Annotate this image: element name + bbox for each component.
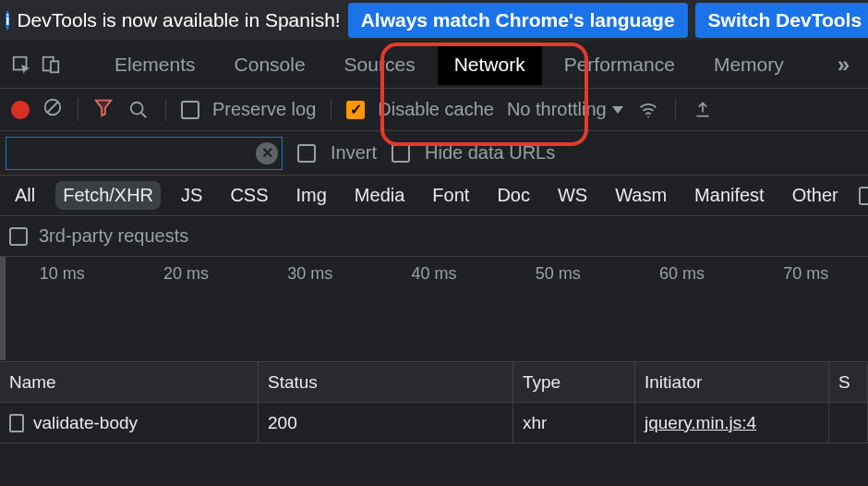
cell-s bbox=[829, 403, 868, 443]
request-name: validate-body bbox=[33, 413, 138, 433]
type-manifest[interactable]: Manifest bbox=[687, 181, 772, 210]
disable-cache-checkbox[interactable]: ✓ bbox=[346, 101, 365, 119]
divider bbox=[331, 99, 332, 121]
timeline[interactable]: 10 ms 20 ms 30 ms 40 ms 50 ms 60 ms 70 m… bbox=[0, 257, 868, 362]
col-type[interactable]: Type bbox=[513, 362, 635, 402]
device-toggle-icon[interactable] bbox=[39, 53, 63, 77]
network-conditions-icon[interactable] bbox=[636, 98, 660, 122]
info-icon: i bbox=[6, 10, 9, 30]
svg-point-7 bbox=[647, 115, 649, 117]
hide-data-urls-label: Hide data URLs bbox=[425, 142, 555, 164]
tab-sources[interactable]: Sources bbox=[328, 44, 432, 85]
timeline-tick: 70 ms bbox=[744, 264, 868, 284]
type-media[interactable]: Media bbox=[347, 181, 412, 210]
col-status[interactable]: Status bbox=[259, 362, 513, 402]
preserve-log-checkbox[interactable] bbox=[181, 101, 199, 119]
switch-devtools-button[interactable]: Switch DevTools bbox=[695, 3, 868, 38]
match-language-button[interactable]: Always match Chrome's language bbox=[348, 3, 688, 38]
throttling-select[interactable]: No throttling bbox=[507, 99, 623, 120]
timeline-tick: 40 ms bbox=[372, 264, 496, 284]
has-blocked-checkbox[interactable] bbox=[859, 187, 868, 205]
timeline-tick: 10 ms bbox=[0, 264, 124, 284]
preserve-log-label: Preserve log bbox=[212, 99, 316, 120]
svg-line-6 bbox=[141, 112, 147, 117]
clear-filter-icon[interactable]: ✕ bbox=[256, 142, 278, 164]
timeline-tick: 30 ms bbox=[248, 264, 372, 284]
table-header-row: Name Status Type Initiator S bbox=[0, 362, 868, 403]
hide-data-urls-checkbox[interactable] bbox=[392, 144, 410, 163]
tab-console[interactable]: Console bbox=[218, 44, 322, 85]
type-all[interactable]: All bbox=[7, 181, 42, 210]
type-doc[interactable]: Doc bbox=[489, 181, 537, 210]
svg-point-5 bbox=[131, 102, 143, 114]
timeline-marker bbox=[0, 257, 6, 360]
network-toolbar: Preserve log ✓ Disable cache No throttli… bbox=[0, 89, 868, 131]
col-s[interactable]: S bbox=[829, 362, 868, 402]
filter-row: ✕ Invert Hide data URLs bbox=[0, 131, 868, 176]
cell-name: validate-body bbox=[0, 403, 259, 443]
third-party-row: 3rd-party requests bbox=[0, 216, 868, 257]
more-tabs-icon[interactable]: » bbox=[828, 52, 859, 78]
type-ws[interactable]: WS bbox=[550, 181, 595, 210]
file-icon bbox=[9, 414, 24, 432]
filter-input-wrap: ✕ bbox=[6, 137, 283, 170]
table-row[interactable]: validate-body 200 xhr jquery.min.js:4 bbox=[0, 403, 868, 443]
invert-checkbox[interactable] bbox=[297, 144, 316, 163]
type-css[interactable]: CSS bbox=[223, 181, 275, 210]
type-fetch-xhr[interactable]: Fetch/XHR bbox=[55, 181, 161, 210]
type-img[interactable]: Img bbox=[289, 181, 334, 210]
clear-button[interactable] bbox=[42, 97, 63, 122]
chevron-down-icon bbox=[612, 106, 623, 114]
info-bar: i DevTools is now available in Spanish! … bbox=[0, 0, 868, 41]
col-name[interactable]: Name bbox=[0, 362, 259, 402]
search-icon[interactable] bbox=[127, 98, 151, 122]
timeline-tick: 20 ms bbox=[124, 264, 247, 284]
record-button[interactable] bbox=[11, 101, 30, 119]
tab-elements[interactable]: Elements bbox=[98, 44, 212, 85]
divider bbox=[165, 99, 166, 121]
disable-cache-label: Disable cache bbox=[378, 99, 494, 120]
filter-input[interactable] bbox=[6, 140, 256, 166]
inspect-element-icon[interactable] bbox=[9, 53, 33, 77]
type-wasm[interactable]: Wasm bbox=[608, 181, 674, 210]
tab-memory[interactable]: Memory bbox=[697, 44, 801, 85]
info-text: DevTools is now available in Spanish! bbox=[17, 9, 340, 31]
cell-status: 200 bbox=[259, 403, 513, 443]
divider bbox=[675, 99, 676, 121]
requests-table: Name Status Type Initiator S validate-bo… bbox=[0, 362, 868, 443]
cell-initiator: jquery.min.js:4 bbox=[635, 403, 829, 443]
filter-icon[interactable] bbox=[93, 97, 114, 122]
svg-line-4 bbox=[48, 103, 58, 113]
third-party-checkbox[interactable] bbox=[9, 227, 28, 246]
invert-label: Invert bbox=[331, 142, 377, 164]
divider bbox=[78, 99, 78, 121]
timeline-tick: 50 ms bbox=[496, 264, 620, 284]
type-other[interactable]: Other bbox=[785, 181, 846, 210]
timeline-tick: 60 ms bbox=[620, 264, 743, 284]
initiator-link[interactable]: jquery.min.js:4 bbox=[645, 413, 756, 433]
type-font[interactable]: Font bbox=[425, 181, 476, 210]
import-har-icon[interactable] bbox=[691, 98, 715, 122]
type-js[interactable]: JS bbox=[174, 181, 210, 210]
tab-network[interactable]: Network bbox=[438, 44, 542, 85]
tab-performance[interactable]: Performance bbox=[548, 44, 692, 85]
col-initiator[interactable]: Initiator bbox=[635, 362, 829, 402]
panel-tabs: Elements Console Sources Network Perform… bbox=[0, 41, 868, 89]
third-party-label: 3rd-party requests bbox=[39, 225, 188, 247]
throttling-label: No throttling bbox=[507, 99, 607, 120]
type-filters: All Fetch/XHR JS CSS Img Media Font Doc … bbox=[0, 176, 868, 216]
cell-type: xhr bbox=[513, 403, 635, 443]
svg-rect-2 bbox=[51, 61, 58, 72]
